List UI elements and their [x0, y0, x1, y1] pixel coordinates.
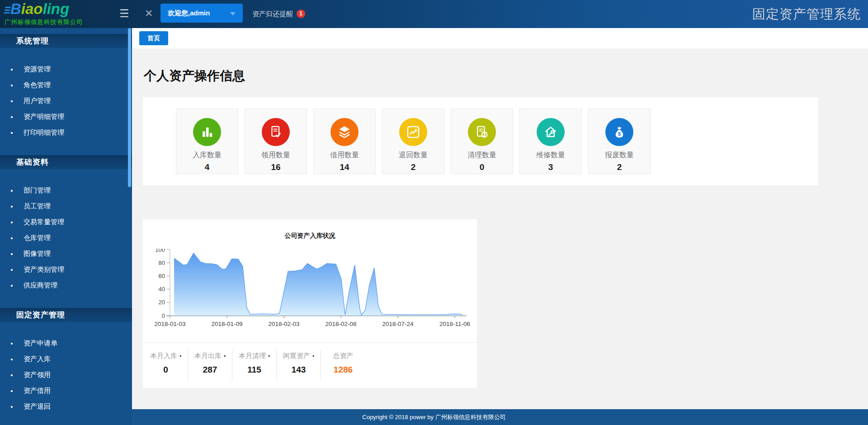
reminder-label: 资产归还提醒: [252, 10, 293, 18]
sidebar-section-0[interactable]: 系统管理: [0, 34, 132, 48]
asset-stats-row: 本月入库•0本月出库•287本月清理•115闲置资产•143总资产1286: [143, 342, 477, 380]
sidebar-scrollbar[interactable]: [128, 28, 131, 187]
sidebar-item-仓库管理[interactable]: •仓库管理: [0, 230, 132, 246]
summary-card-清理数量: 清理数量0: [451, 109, 513, 174]
stat-dot-icon: •: [224, 353, 226, 359]
sidebar-section-2[interactable]: 固定资产管理: [0, 308, 132, 322]
sidebar-item-资产明细管理[interactable]: •资产明细管理: [0, 109, 132, 125]
close-icon[interactable]: ✕: [145, 8, 153, 19]
card-value: 16: [245, 162, 307, 172]
card-label: 入库数量: [176, 151, 238, 160]
bullet-icon: •: [0, 340, 24, 347]
summary-card-维修数量: 维修数量3: [519, 109, 582, 174]
system-title: 固定资产管理系统: [752, 0, 861, 28]
svg-text:40: 40: [159, 286, 165, 293]
summary-card-领用数量: 领用数量16: [245, 109, 307, 174]
bullet-icon: •: [0, 113, 24, 121]
sidebar-item-label: 供应商管理: [24, 281, 57, 290]
repair-home-icon: [537, 118, 565, 146]
sidebar-item-图像管理[interactable]: •图像管理: [0, 246, 132, 262]
logo-company-name: 广州标领信息科技有限公司: [5, 18, 118, 26]
sidebar-item-供应商管理[interactable]: •供应商管理: [0, 278, 132, 293]
sidebar-item-label: 交易常量管理: [24, 218, 64, 227]
hamburger-menu-icon[interactable]: ☰: [119, 8, 129, 19]
sidebar-nav: 系统管理•资源管理•角色管理•用户管理•资产明细管理•打印明细管理基础资料•部门…: [0, 28, 132, 425]
summary-card-退回数量: 退回数量2: [382, 109, 444, 174]
sidebar-item-资产申请单[interactable]: •资产申请单: [0, 335, 132, 351]
stat-dot-icon: •: [312, 353, 314, 359]
bullet-icon: •: [0, 97, 24, 105]
bullet-icon: •: [0, 355, 24, 363]
svg-text:2018-11-06: 2018-11-06: [439, 321, 470, 327]
tab-bar: 首页: [132, 28, 868, 48]
asset-return-reminder[interactable]: 资产归还提醒1: [252, 0, 305, 28]
welcome-admin-dropdown[interactable]: 欢迎您,admin: [160, 4, 243, 23]
sidebar-item-资产入库[interactable]: •资产入库: [0, 351, 132, 367]
tab-home[interactable]: 首页: [139, 31, 168, 45]
stat-label: 闲置资产•: [277, 352, 321, 360]
summary-card-入库数量: 入库数量4: [176, 109, 238, 174]
stat-value: 143: [277, 365, 321, 375]
svg-text:20: 20: [159, 299, 165, 306]
sidebar-item-交易常量管理[interactable]: •交易常量管理: [0, 214, 132, 230]
card-label: 维修数量: [520, 151, 581, 160]
stat-本月清理: 本月清理•115: [232, 350, 277, 380]
sidebar-item-label: 用户管理: [24, 97, 51, 105]
card-value: 3: [520, 162, 581, 172]
sidebar-item-label: 图像管理: [24, 250, 51, 258]
sidebar-item-label: 资产退回: [24, 402, 51, 411]
card-label: 报废数量: [589, 151, 650, 160]
biaoling-logo[interactable]: Biaoling 广州标领信息科技有限公司: [5, 1, 118, 26]
svg-text:2018-02-08: 2018-02-08: [325, 321, 356, 327]
summary-cards-panel: 入库数量4领用数量16借用数量14退回数量2清理数量0维修数量3$报废数量2: [143, 97, 818, 185]
sidebar-item-员工管理[interactable]: •员工管理: [0, 198, 132, 214]
stat-dot-icon: •: [179, 353, 181, 359]
stat-value: 115: [232, 365, 276, 375]
sidebar-section-1[interactable]: 基础资料: [0, 155, 132, 169]
card-value: 2: [382, 162, 444, 172]
card-label: 借用数量: [314, 151, 375, 160]
sidebar-item-label: 资产类别管理: [24, 265, 64, 274]
sidebar-item-资产领用[interactable]: •资产领用: [0, 367, 132, 383]
sidebar-item-部门管理[interactable]: •部门管理: [0, 183, 132, 198]
sidebar-item-label: 员工管理: [24, 202, 51, 211]
svg-text:2018-02-03: 2018-02-03: [268, 321, 299, 327]
card-value: 0: [451, 162, 513, 172]
sidebar-item-label: 资产申请单: [24, 339, 57, 348]
svg-text:$: $: [618, 131, 621, 137]
svg-text:2018-01-03: 2018-01-03: [154, 321, 185, 327]
sidebar-item-label: 资产明细管理: [24, 113, 64, 121]
bar-chart-icon: [193, 118, 221, 146]
logo-stripes-icon: [4, 7, 10, 14]
chart-return-icon: [399, 118, 427, 146]
stat-value: 0: [144, 365, 188, 375]
chart-panel: 公司资产入库状况 0204060801002018-01-032018-01-0…: [143, 219, 477, 388]
sidebar-item-用户管理[interactable]: •用户管理: [0, 93, 132, 109]
bullet-icon: •: [0, 266, 24, 274]
sidebar-item-label: 部门管理: [24, 186, 51, 195]
bullet-icon: •: [0, 282, 24, 289]
sidebar-item-资源管理[interactable]: •资源管理: [0, 61, 132, 77]
stat-闲置资产: 闲置资产•143: [277, 350, 321, 380]
card-label: 清理数量: [451, 151, 513, 160]
sidebar-item-资产类别管理[interactable]: •资产类别管理: [0, 262, 132, 278]
stat-label: 总资产: [321, 352, 365, 360]
bullet-icon: •: [0, 371, 24, 379]
svg-text:2018-01-09: 2018-01-09: [211, 321, 242, 327]
card-label: 退回数量: [382, 151, 444, 160]
bullet-icon: •: [0, 387, 24, 395]
card-label: 领用数量: [245, 151, 307, 160]
bullet-icon: •: [0, 81, 24, 89]
stat-label: 本月清理•: [232, 352, 276, 360]
document-clock-icon: [468, 118, 496, 146]
sidebar-item-角色管理[interactable]: •角色管理: [0, 77, 132, 93]
sidebar-item-打印明细管理[interactable]: •打印明细管理: [0, 125, 132, 141]
stat-dot-icon: •: [268, 353, 270, 359]
sidebar-item-资产借用[interactable]: •资产借用: [0, 383, 132, 399]
reminder-count-badge: 1: [297, 9, 305, 18]
sidebar-item-资产退回[interactable]: •资产退回: [0, 399, 132, 415]
bullet-icon: •: [0, 203, 24, 210]
card-value: 4: [176, 162, 238, 172]
bullet-icon: •: [0, 66, 24, 73]
bullet-icon: •: [0, 129, 24, 137]
